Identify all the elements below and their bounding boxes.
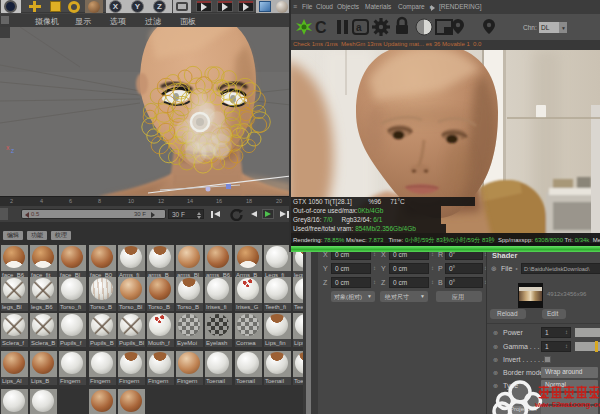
- svg-text:Z: Z: [11, 148, 14, 154]
- svg-text:C: C: [315, 19, 327, 36]
- svg-text:a: a: [356, 22, 362, 33]
